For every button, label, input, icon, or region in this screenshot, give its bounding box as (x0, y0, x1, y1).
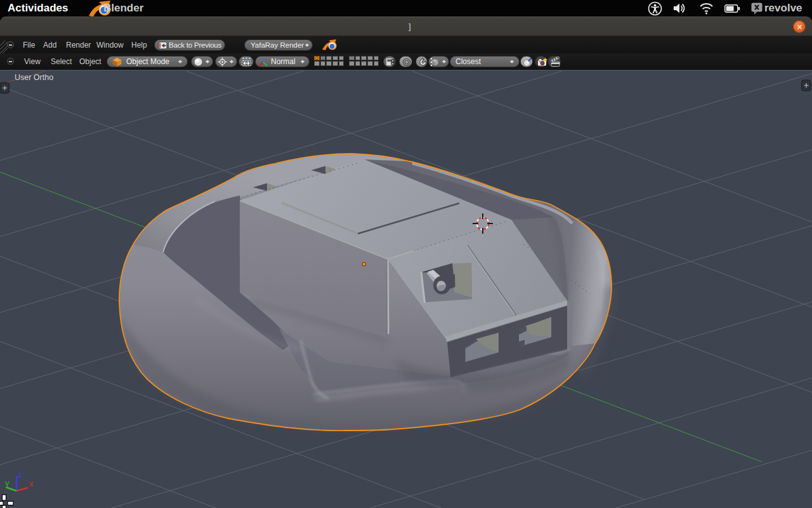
svg-text:x: x (29, 479, 34, 488)
svg-text:User Ortho: User Ortho (15, 73, 53, 82)
svg-text:y: y (5, 478, 10, 488)
svg-text:z: z (18, 470, 22, 479)
